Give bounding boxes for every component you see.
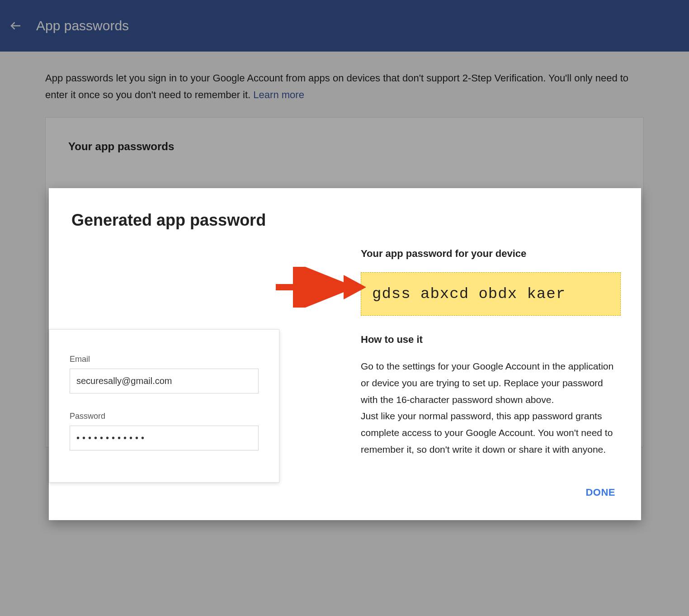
device-password-subhead: Your app password for your device	[361, 248, 621, 260]
modal-left-column: Email Password	[71, 248, 302, 458]
done-button[interactable]: DONE	[580, 483, 621, 502]
modal-title: Generated app password	[71, 211, 621, 230]
login-example-box: Email Password	[49, 329, 279, 483]
howto-heading: How to use it	[361, 334, 621, 346]
generated-password-modal: Generated app password Email Password Yo…	[49, 188, 641, 520]
email-label: Email	[70, 355, 259, 364]
howto-body-1: Go to the settings for your Google Accou…	[361, 358, 621, 408]
howto-body-2: Just like your normal password, this app…	[361, 408, 621, 458]
generated-password-box: gdss abxcd obdx kaer	[361, 272, 621, 316]
modal-footer: DONE	[71, 483, 621, 502]
password-label: Password	[70, 412, 259, 421]
password-field[interactable]	[70, 426, 259, 450]
email-field[interactable]	[70, 369, 259, 393]
modal-body: Email Password Your app password for you…	[71, 248, 621, 458]
modal-right-column: Your app password for your device gdss a…	[361, 248, 621, 458]
